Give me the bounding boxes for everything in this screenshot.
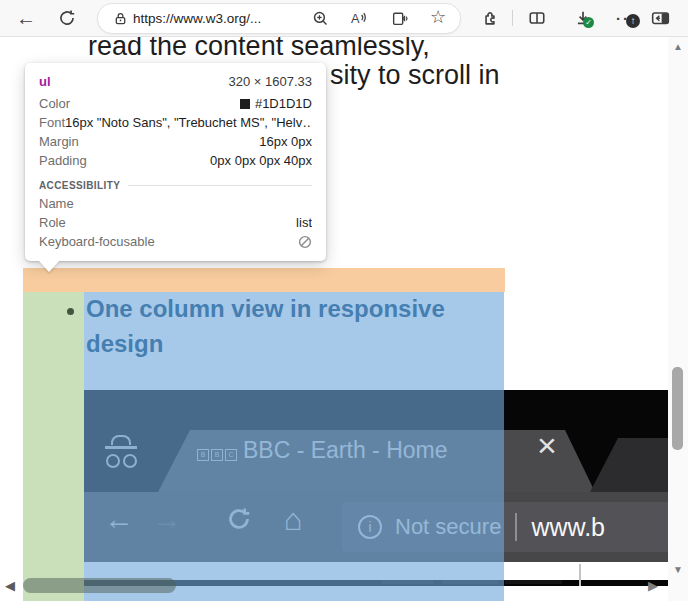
horizontal-scrollbar-thumb[interactable] [23, 578, 176, 593]
address-bar[interactable]: https://www.w3.org/... A ☆ [97, 3, 461, 34]
mobile-tab-close-icon: × [537, 426, 557, 465]
list-bullet [67, 308, 74, 315]
zoom-icon[interactable] [312, 10, 329, 27]
refresh-button[interactable] [58, 9, 76, 27]
vertical-scrollbar[interactable]: ▲ ▼ [668, 36, 688, 601]
mobile-url-text: www.b [531, 513, 605, 542]
devtools-inspect-tooltip: ul 320 × 1607.33 Color #1D1D1D Font 16px… [25, 63, 326, 261]
a11y-role-label: Role [39, 215, 66, 230]
accessibility-section-header: ACCESSIBILITY [39, 180, 120, 191]
not-focusable-icon [298, 235, 312, 249]
toolbar-divider [512, 10, 513, 26]
a11y-keyboard-label: Keyboard-focusable [39, 234, 155, 249]
lock-icon[interactable] [113, 11, 128, 26]
highlight-content-overlay [84, 292, 504, 601]
scroll-down-arrow[interactable]: ▼ [668, 564, 688, 575]
extensions-icon[interactable] [481, 9, 499, 27]
element-tag: ul [39, 74, 51, 89]
padding-value: 0px 0px 0px 40px [210, 153, 312, 168]
margin-value: 16px 0px [259, 134, 312, 149]
margin-label: Margin [39, 134, 79, 149]
scroll-left-arrow[interactable]: ◀ [5, 578, 15, 593]
read-aloud-icon[interactable]: A [350, 10, 367, 27]
update-badge: ↑ [626, 14, 640, 28]
font-value: 16px "Noto Sans", "Trebuchet MS", "Helv… [65, 115, 312, 130]
mobile-browser-tab-background [590, 438, 670, 492]
a11y-name-label: Name [39, 196, 74, 211]
mobile-page-divider [579, 564, 581, 586]
scroll-right-arrow[interactable]: ▶ [648, 578, 658, 593]
split-screen-icon[interactable] [528, 9, 546, 27]
tooltip-arrow [39, 261, 59, 272]
font-label: Font [39, 115, 65, 130]
color-label: Color [39, 96, 70, 111]
mobile-page-dash [505, 580, 562, 584]
immersive-reader-icon[interactable] [391, 10, 408, 27]
svg-text:A: A [351, 11, 360, 26]
back-button[interactable]: ← [16, 7, 36, 30]
favorites-star-icon[interactable]: ☆ [430, 6, 446, 28]
browser-window: read the content seamlessly, sity to scr… [0, 0, 688, 601]
highlight-padding-band [23, 292, 84, 601]
address-divider [515, 513, 517, 541]
highlight-margin-band [23, 268, 505, 292]
url-text[interactable]: https://www.w3.org/... [133, 11, 261, 26]
element-dimensions: 320 × 1607.33 [229, 74, 313, 89]
sidebar-toggle-icon[interactable] [651, 9, 670, 27]
vertical-scrollbar-thumb[interactable] [672, 367, 683, 450]
color-swatch [240, 99, 250, 109]
padding-label: Padding [39, 153, 87, 168]
a11y-role-value: list [296, 215, 312, 230]
color-value: #1D1D1D [255, 96, 312, 111]
browser-toolbar: ← https://www.w3.org/... A ☆ [0, 0, 688, 37]
page-text-line2-fragment: sity to scroll in [330, 60, 500, 91]
download-success-badge: ✓ [583, 17, 594, 28]
scroll-up-arrow[interactable]: ▲ [668, 41, 688, 52]
